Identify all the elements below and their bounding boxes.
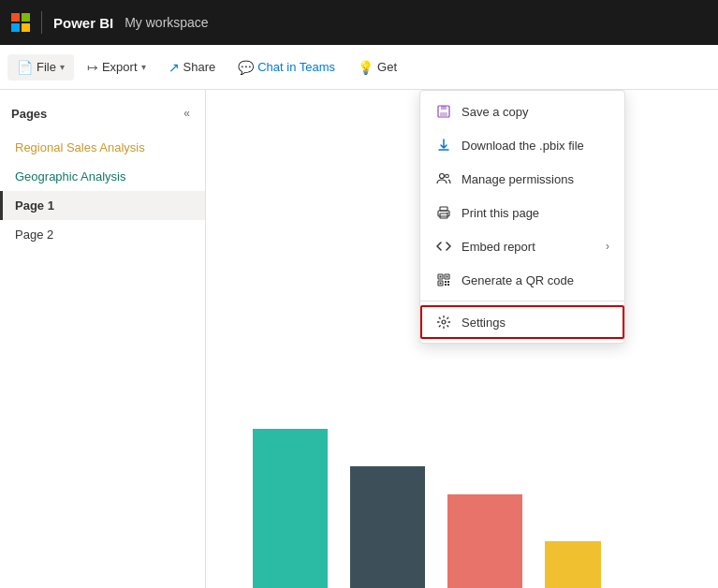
sidebar-item-regional-sales[interactable]: Regional Sales Analysis [0,133,205,162]
collapse-button[interactable]: « [180,105,194,122]
topbar-divider [41,11,42,34]
menu-item-print-page[interactable]: Print this page [420,196,624,229]
save-copy-label: Save a copy [462,105,529,119]
menu-item-embed-report[interactable]: Embed report › [420,229,624,263]
bar-4 [545,541,601,588]
export-button[interactable]: ↦ Export ▾ [78,54,155,81]
embed-arrow-icon: › [606,240,609,253]
menu-item-download-pbix[interactable]: Download the .pbix file [420,128,624,162]
bar-chart [206,401,718,588]
product-name: Power BI [53,15,113,31]
print-page-label: Print this page [462,206,539,220]
svg-point-4 [446,174,449,178]
settings-label: Settings [462,316,506,330]
svg-rect-12 [447,276,448,278]
get-icon: 💡 [358,60,374,75]
menu-item-qr-code[interactable]: Generate a QR code [420,263,624,297]
share-button[interactable]: ↗ Share [159,54,226,81]
qr-icon [435,272,452,288]
file-label: File [37,60,56,74]
share-label: Share [183,60,216,74]
microsoft-logo [11,13,30,32]
svg-rect-14 [440,283,442,285]
get-label: Get [377,60,397,74]
menu-item-settings[interactable]: Settings [420,305,624,339]
teams-icon: 💬 [238,60,254,75]
print-icon [435,204,452,221]
qr-code-label: Generate a QR code [462,273,574,287]
svg-point-3 [440,174,445,179]
manage-perms-icon [435,170,452,187]
svg-rect-10 [440,276,442,278]
chat-teams-button[interactable]: 💬 Chat in Teams [228,54,344,81]
get-button[interactable]: 💡 Get [348,54,406,81]
settings-icon [435,314,452,331]
embed-report-label: Embed report [462,240,535,254]
svg-rect-2 [440,112,447,116]
pages-title: Pages [11,107,47,121]
file-button[interactable]: 📄 File ▾ [7,54,74,81]
export-chevron: ▾ [141,62,146,72]
menu-item-manage-perms[interactable]: Manage permissions [420,162,624,196]
sidebar-item-page1[interactable]: Page 1 [0,191,205,220]
bar-1 [253,429,328,588]
sidebar-header: Pages « [0,101,205,133]
main-layout: Pages « Regional Sales Analysis Geograph… [0,90,718,588]
sidebar-item-page2[interactable]: Page 2 [0,220,205,249]
svg-rect-1 [441,106,447,110]
svg-rect-18 [447,284,449,286]
file-icon: 📄 [17,60,33,75]
svg-point-8 [447,213,448,214]
svg-point-19 [442,320,446,324]
bar-2 [350,466,425,588]
chat-teams-label: Chat in Teams [257,60,335,74]
svg-rect-5 [440,207,447,211]
svg-rect-15 [445,281,447,283]
file-chevron: ▾ [60,62,65,72]
sidebar-item-geographic[interactable]: Geographic Analysis [0,162,205,191]
share-icon: ↗ [169,60,180,75]
menu-item-save-copy[interactable]: Save a copy [420,95,624,128]
sidebar: Pages « Regional Sales Analysis Geograph… [0,90,206,588]
content-area: Save a copy Download the .pbix file [206,90,718,588]
export-label: Export [102,60,138,74]
embed-icon [435,238,452,255]
file-dropdown-menu: Save a copy Download the .pbix file [419,90,625,344]
save-copy-icon [435,103,452,120]
download-pbix-label: Download the .pbix file [462,139,584,153]
toolbar: 📄 File ▾ ↦ Export ▾ ↗ Share 💬 Chat in Te… [0,45,718,90]
svg-rect-17 [445,284,447,286]
manage-perms-label: Manage permissions [462,172,574,186]
topbar: Power BI My workspace [0,0,718,45]
svg-rect-16 [447,281,449,283]
download-icon [435,137,452,154]
workspace-name: My workspace [125,15,208,30]
bar-3 [447,494,522,588]
export-icon: ↦ [87,60,98,75]
menu-divider [420,301,624,301]
